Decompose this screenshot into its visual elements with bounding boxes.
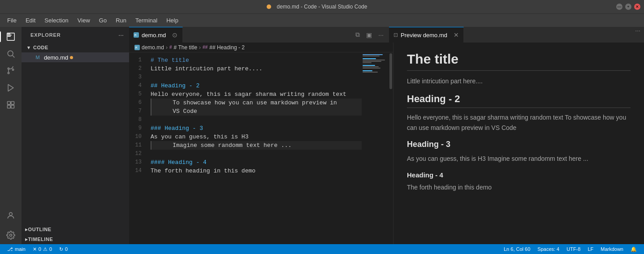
sidebar-section-code-header[interactable]: ▾ CODE (22, 43, 129, 52)
svg-rect-12 (8, 105, 11, 108)
activity-run[interactable] (3, 80, 19, 96)
breadcrumb-file[interactable]: M demo.md (134, 44, 164, 51)
title-bar: demo.md - Code - Visual Studio Code — + … (0, 0, 644, 13)
breadcrumb: M demo.md › # # The title › ## ## Headin… (129, 43, 393, 52)
svg-marker-9 (8, 85, 13, 91)
status-remote[interactable]: ↻ 0 (56, 244, 71, 254)
activity-settings[interactable] (3, 227, 19, 243)
scrollbar-thumb (389, 53, 392, 89)
code-editor[interactable]: 1 2 3 4 5 6 7 8 9 10 11 12 13 14 (129, 52, 393, 244)
menu-terminal[interactable]: Terminal (132, 16, 161, 25)
svg-rect-11 (11, 102, 14, 105)
menu-file[interactable]: File (4, 16, 20, 25)
activity-bar (0, 27, 22, 244)
outline-label: OUTLINE (28, 227, 52, 232)
preview-p1: Little intricution part here.... (407, 76, 631, 86)
svg-point-8 (12, 69, 13, 70)
activity-extensions[interactable] (3, 97, 19, 113)
preview-p4: The forth heading in this demo (407, 182, 631, 192)
preview-h1: The title (407, 52, 631, 71)
split-editor-icon[interactable]: ⧉ (354, 30, 361, 40)
close-button[interactable]: ✕ (634, 4, 640, 10)
editor-layout-icon[interactable]: ▣ (365, 30, 373, 40)
mini-5 (363, 60, 385, 60)
code-line-5: Hello everyone, this is sagar sharma wri… (151, 90, 362, 99)
breadcrumb-h1[interactable]: # # The title (169, 44, 197, 51)
md-icon: M (134, 32, 139, 38)
maximize-button[interactable]: + (625, 4, 631, 10)
activity-search[interactable] (3, 46, 19, 62)
preview-p2: Hello everyone, this is sagar sharma wri… (407, 112, 631, 133)
line-num-6: 6 (129, 99, 147, 107)
line-num-5: 5 (129, 90, 147, 99)
more-actions-icon[interactable]: ··· (377, 30, 385, 40)
activity-source-control[interactable] (3, 63, 19, 79)
editor-scrollbar[interactable] (389, 52, 393, 244)
status-language[interactable]: Markdown (597, 244, 627, 254)
code-pane: M demo.md › # # The title › ## ## Headin… (129, 43, 393, 244)
timeline-section[interactable]: ▸ TIMELINE (22, 234, 129, 244)
chevron-down-icon: ▾ (25, 44, 32, 51)
activity-accounts[interactable] (3, 207, 19, 224)
sidebar-more-button[interactable]: ··· (118, 31, 124, 39)
status-branch[interactable]: ⎇ main (4, 244, 29, 254)
minimap (362, 52, 389, 244)
mini-12 (363, 69, 388, 70)
menu-selection[interactable]: Selection (41, 16, 72, 25)
tab-close-button[interactable]: ⊙ (172, 31, 177, 39)
error-icon: ✕ (33, 246, 37, 252)
activity-explorer[interactable] (3, 29, 19, 45)
breadcrumb-h2[interactable]: ## ## Heading - 2 (203, 44, 245, 51)
preview-more-button[interactable]: ··· (631, 27, 644, 43)
svg-rect-13 (11, 105, 14, 108)
menu-go[interactable]: Go (95, 16, 110, 25)
window-controls: — + ✕ (616, 4, 640, 10)
sidebar-section-code: ▾ CODE M demo.md (22, 43, 129, 62)
line-num-3: 3 (129, 73, 147, 82)
warning-count: 0 (49, 246, 52, 252)
menu-run[interactable]: Run (112, 16, 130, 25)
preview-tab[interactable]: ⊡ Preview demo.md ✕ (389, 27, 464, 43)
svg-rect-1 (8, 34, 12, 35)
code-content[interactable]: # The title Little intricution part here… (147, 52, 362, 244)
editor-tab-demo-md[interactable]: M demo.md ⊙ (129, 27, 183, 43)
preview-close-button[interactable]: ✕ (454, 31, 459, 39)
line-num-13: 13 (129, 158, 147, 167)
line-num-14: 14 (129, 167, 147, 175)
menu-view[interactable]: View (74, 16, 94, 25)
code-line-9: ### Heading - 3 (151, 124, 362, 133)
breadcrumb-sep-2: › (199, 44, 201, 51)
line-num-10: 10 (129, 133, 147, 141)
mini-11 (363, 68, 380, 69)
svg-point-4 (8, 51, 13, 56)
line-num-1: 1 (129, 56, 147, 65)
status-spaces[interactable]: Spaces: 4 (534, 244, 563, 254)
timeline-label: TIMELINE (28, 237, 53, 242)
menu-help[interactable]: Help (163, 16, 182, 25)
branch-name: main (15, 246, 26, 252)
minimize-button[interactable]: — (616, 4, 622, 10)
status-right: Ln 6, Col 60 Spaces: 4 UTF-8 LF Markdown… (500, 244, 640, 254)
modified-dot (267, 4, 271, 9)
status-notifications[interactable]: 🔔 (627, 244, 640, 254)
status-position[interactable]: Ln 6, Col 60 (500, 244, 534, 254)
status-encoding[interactable]: UTF-8 (563, 244, 584, 254)
line-num-9: 9 (129, 124, 147, 133)
sync-icon: ↻ (59, 246, 63, 252)
preview-tab-icon: ⊡ (393, 32, 398, 38)
menu-edit[interactable]: Edit (22, 16, 39, 25)
status-errors[interactable]: ✕ 0 ⚠ 0 (29, 244, 56, 254)
preview-p3: As you can guess, this is H3 Imagine som… (407, 154, 631, 164)
status-line-ending[interactable]: LF (584, 244, 597, 254)
window-title: demo.md - Code - Visual Studio Code (277, 4, 367, 10)
breadcrumb-h1-icon: # (169, 45, 172, 50)
line-num-2: 2 (129, 65, 147, 73)
branch-icon: ⎇ (7, 246, 13, 252)
file-item-demo-md[interactable]: M demo.md (22, 52, 129, 62)
svg-point-14 (9, 212, 13, 215)
error-count: 0 (39, 246, 41, 252)
svg-point-15 (10, 234, 12, 237)
outline-section[interactable]: ▸ OUTLINE (22, 224, 129, 234)
code-line-8 (151, 116, 362, 124)
modified-indicator (70, 56, 73, 59)
